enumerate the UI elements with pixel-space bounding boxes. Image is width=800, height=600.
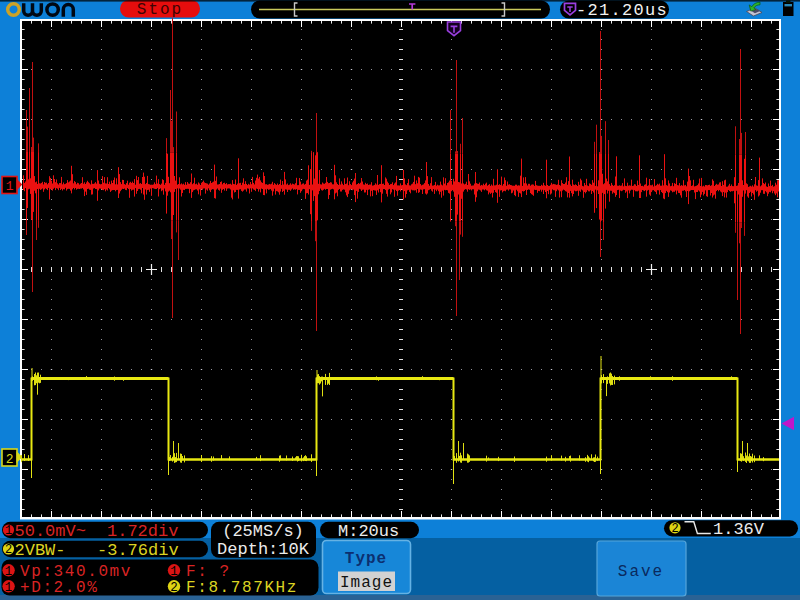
svg-text:(25MS/s): (25MS/s) [222,522,304,541]
svg-text:Type: Type [345,550,387,568]
svg-text:-21.20us: -21.20us [576,1,668,20]
svg-text:M:20us: M:20us [338,522,399,541]
svg-text:Save: Save [618,563,664,581]
svg-text:1.72div: 1.72div [107,522,178,541]
svg-text:2VBW-: 2VBW- [15,541,66,560]
svg-text:2: 2 [671,522,678,536]
svg-text:Stop: Stop [137,1,183,19]
svg-text:F:8.787KHz: F:8.787KHz [186,579,298,597]
svg-text:50.0mV~: 50.0mV~ [15,522,86,541]
svg-text:1: 1 [170,565,178,579]
svg-text:Depth:10K: Depth:10K [217,540,310,559]
svg-text:2: 2 [170,581,178,595]
svg-text:+D:2.0%: +D:2.0% [20,579,98,597]
svg-text:1.36V: 1.36V [713,520,765,539]
svg-text:2: 2 [6,452,14,467]
svg-text:1: 1 [5,565,13,579]
svg-text:2: 2 [5,543,12,557]
svg-text:Image: Image [340,574,393,592]
svg-text:-3.76div: -3.76div [97,541,179,560]
svg-text:1: 1 [5,581,13,595]
svg-text:1: 1 [6,179,14,194]
svg-text:1: 1 [5,524,12,538]
